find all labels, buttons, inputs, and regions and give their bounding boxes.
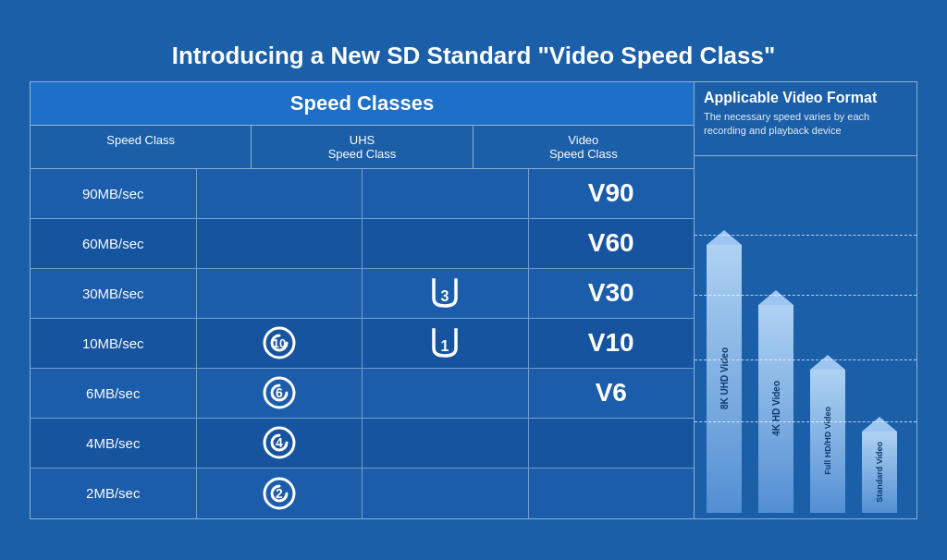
c4-icon: 4: [261, 424, 298, 461]
sc-symbol-3: 10: [197, 319, 363, 368]
svg-text:3: 3: [441, 288, 449, 304]
svg-text:4: 4: [276, 435, 283, 450]
sub-header-row: Speed Class UHS Speed Class Video Speed …: [31, 126, 694, 169]
arrow-label-8k: 8K UHD Video: [719, 347, 730, 409]
arrow-shaft-4k: 4K HD Video: [758, 305, 793, 513]
table-wrapper: Speed Classes Speed Class UHS Speed Clas…: [30, 81, 917, 519]
arrow-8k: 8K UHD Video: [702, 162, 746, 513]
arrowhead-4k: [758, 290, 793, 305]
arrowhead-8k: [707, 230, 742, 245]
applicable-header: Applicable Video Format The necessary sp…: [695, 82, 916, 156]
table-row: 60MB/sec V60: [31, 219, 694, 269]
col-header-speed-class: Speed Class: [31, 126, 252, 168]
arrow-shaft-8k: 8K UHD Video: [707, 245, 742, 513]
table-row: 10MB/sec 10 1 V10: [31, 319, 694, 369]
arrowhead-standard: [862, 417, 897, 432]
c10-icon: 10: [261, 324, 298, 361]
arrow-4k: 4K HD Video: [754, 162, 798, 513]
svg-text:1: 1: [441, 338, 449, 354]
dashed-line-1: [695, 235, 916, 236]
dashed-line-2: [695, 295, 916, 296]
speed-classes-section: Speed Classes Speed Class UHS Speed Clas…: [31, 82, 695, 518]
speed-label-2: 30MB/sec: [31, 269, 197, 318]
speed-label-6: 2MB/sec: [31, 469, 197, 518]
uhs-symbol-5: [363, 419, 529, 468]
arrow-shaft-standard: Standard Video: [862, 432, 897, 513]
page-title: Introducing a New SD Standard "Video Spe…: [30, 42, 917, 70]
c2-icon: 2: [261, 475, 298, 512]
arrowhead-fullhd: [810, 355, 845, 370]
vsc-symbol-1: V60: [529, 219, 695, 268]
uhs-symbol-2: 3: [363, 269, 529, 318]
arrows-area: 8K UHD Video 4K HD Video Full HD/HD Vide…: [695, 156, 916, 518]
table-row: 4MB/sec 4: [31, 419, 694, 469]
sc-symbol-0: [197, 169, 363, 218]
col-header-video: Video Speed Class: [474, 126, 694, 168]
col-header-uhs: UHS Speed Class: [252, 126, 473, 168]
sc-symbol-6: 2: [197, 469, 363, 518]
u1-icon: 1: [428, 326, 461, 359]
arrow-label-4k: 4K HD Video: [771, 381, 781, 436]
speed-label-5: 4MB/sec: [31, 419, 197, 468]
sc-symbol-2: [197, 269, 363, 318]
svg-text:2: 2: [276, 486, 283, 501]
svg-text:6: 6: [276, 385, 283, 400]
sc-symbol-5: 4: [197, 419, 363, 468]
dashed-line-4: [695, 421, 916, 422]
arrow-fullhd: Full HD/HD Video: [806, 162, 850, 513]
table-row: 90MB/sec V90: [31, 169, 694, 219]
vsc-symbol-0: V90: [529, 169, 695, 218]
uhs-symbol-6: [363, 469, 529, 518]
speed-label-1: 60MB/sec: [31, 219, 197, 268]
table-row: 30MB/sec 3 V30: [31, 269, 694, 319]
speed-label-4: 6MB/sec: [31, 369, 197, 418]
applicable-subtitle: The necessary speed varies by each recor…: [704, 110, 907, 139]
vsc-symbol-5: [529, 419, 695, 468]
speed-label-3: 10MB/sec: [31, 319, 197, 368]
vsc-symbol-6: [529, 469, 695, 518]
sc-symbol-1: [197, 219, 363, 268]
applicable-section: Applicable Video Format The necessary sp…: [695, 82, 916, 518]
vsc-symbol-4: V6: [529, 369, 695, 418]
speed-classes-header: Speed Classes: [31, 82, 694, 126]
arrow-shaft-fullhd: Full HD/HD Video: [810, 370, 845, 513]
uhs-symbol-0: [363, 169, 529, 218]
vsc-symbol-3: V10: [529, 319, 695, 368]
uhs-symbol-3: 1: [363, 319, 529, 368]
svg-text:10: 10: [273, 336, 286, 350]
c6-icon: 6: [261, 374, 298, 411]
applicable-title: Applicable Video Format: [704, 90, 907, 106]
arrow-label-standard: Standard Video: [875, 442, 884, 503]
arrow-standard: Standard Video: [857, 162, 902, 513]
vsc-symbol-2: V30: [529, 269, 695, 318]
dashed-line-3: [695, 359, 916, 360]
table-row: 6MB/sec 6 V6: [31, 369, 694, 419]
table-row: 2MB/sec 2: [31, 469, 694, 518]
main-container: Introducing a New SD Standard "Video Spe…: [20, 32, 927, 529]
uhs-symbol-4: [363, 369, 529, 418]
arrow-label-fullhd: Full HD/HD Video: [823, 407, 832, 475]
sc-symbol-4: 6: [197, 369, 363, 418]
u3-icon: 3: [428, 276, 461, 310]
uhs-symbol-1: [363, 219, 529, 268]
speed-label-0: 90MB/sec: [31, 169, 197, 218]
